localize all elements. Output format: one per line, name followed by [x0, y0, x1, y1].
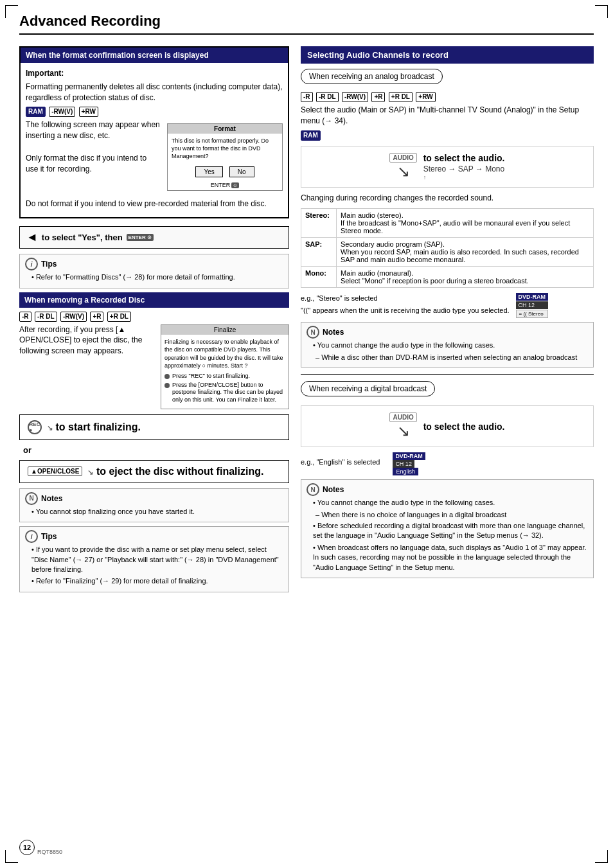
table-label-stereo: Stereo: — [301, 209, 337, 238]
format-body2: Only format the disc if you intend to us… — [26, 153, 161, 175]
page-number: 12 — [19, 840, 35, 855]
removing-badges: -R -R DL -RW(V) +R +R DL — [19, 312, 289, 322]
tips-box-2: i Tips If you want to provide the disc w… — [19, 526, 289, 592]
badge-analog-plusrw: +RW — [416, 92, 435, 102]
important-label: Important: — [26, 69, 64, 78]
stereo-badge-analog: = (( Stereo — [516, 310, 549, 318]
important-text: Formatting permanently deletes all disc … — [26, 82, 283, 103]
removing-section: When removing a Recorded Disc -R -R DL -… — [19, 292, 289, 409]
enter-button-icon: ENTER ⊙ — [127, 234, 154, 241]
badge-analog-rwv: -RW(V) — [342, 92, 368, 102]
action-finalize-label: ↘ to start finalizing. — [47, 421, 141, 433]
removing-content: Finalize Finalizing is necessary to enab… — [19, 324, 289, 409]
bullet-1 — [164, 374, 170, 379]
badge-ram: RAM — [26, 107, 46, 117]
tips-header-1: i Tips — [25, 258, 283, 270]
badge-rwv: -RW(V) — [49, 107, 75, 117]
page-title: Advanced Recording — [19, 13, 594, 35]
badge-analog-plusrdl: +R DL — [389, 92, 413, 102]
finalize-dialog-text: Finalizing is necessary to enable playba… — [164, 338, 285, 370]
ch12-badge-digital: CH 12 — [393, 460, 414, 468]
audio-select-illustration: AUDIO ↘ to select the audio. Stereo → SA… — [301, 146, 594, 188]
digital-note-3: Before scheduled recording a digital bro… — [306, 521, 588, 541]
finalize-dialog-body: Finalizing is necessary to enable playba… — [161, 335, 289, 409]
finalize-dialog-title: Finalize — [161, 325, 289, 335]
analog-section: When receiving an analog broadcast -R -R… — [301, 69, 594, 368]
ram-badge-row: RAM — [301, 130, 594, 141]
notes-icon-1: N — [25, 492, 38, 505]
ch12-badge-analog: CH 12 — [516, 301, 549, 309]
audio-arrow-analog: ↘ — [397, 163, 410, 181]
removing-header: When removing a Recorded Disc — [19, 292, 289, 308]
format-yes-button[interactable]: Yes — [195, 166, 222, 177]
format-badges: RAM -RW(V) +RW — [26, 107, 283, 117]
badge-analog-ram: RAM — [301, 130, 321, 141]
format-body1: The following screen may appear when ins… — [26, 120, 161, 141]
table-label-sap: SAP: — [301, 238, 337, 267]
format-dialog-body: This disc is not formatted properly. Do … — [168, 134, 282, 164]
badge-plusrw: +RW — [79, 107, 98, 117]
audio-select-inner: AUDIO ↘ to select the audio. Stereo → SA… — [389, 153, 504, 181]
analog-note-1: You cannot change the audio type in the … — [306, 341, 588, 350]
divider — [301, 374, 594, 375]
badge-r: -R — [19, 312, 31, 322]
finalize-option-2-text: Press the [OPEN/CLOSE] button to postpon… — [172, 382, 285, 404]
tips-box-1: i Tips Refer to "Formatting Discs" (→ 28… — [19, 254, 289, 288]
change-note: Changing during recording changes the re… — [301, 193, 594, 204]
notes-icon-analog: N — [306, 326, 319, 339]
tips-label-2: Tips — [41, 532, 57, 541]
enter-label: ENTER⊙ — [168, 180, 282, 190]
table-text-mono: Main audio (monaural).Select "Mono" if r… — [337, 267, 594, 288]
action-finalize-box: REC● ↘ to start finalizing. — [19, 414, 289, 440]
tips-icon-1: i — [25, 258, 38, 270]
action-eject-box: ▲OPEN/CLOSE ↘ to eject the disc without … — [19, 460, 289, 483]
audio-label-analog: AUDIO — [389, 153, 416, 163]
audio-arrow-digital: ↘ — [397, 422, 410, 440]
tips-header-2: i Tips — [25, 530, 283, 543]
dvd-ram-stack-analog: DVD-RAM CH 12 = (( Stereo — [516, 293, 549, 318]
tips-label-1: Tips — [41, 260, 57, 269]
analog-instruction: Select the audio (Main or SAP) in "Multi… — [301, 105, 594, 127]
badge-analog-r: -R — [301, 92, 313, 102]
badge-analog-rdl: -R DL — [316, 92, 339, 102]
finalize-option-1: Press "REC" to start finalizing. — [164, 373, 285, 380]
notes-item-1: You cannot stop finalizing once you have… — [25, 507, 283, 517]
eg-text-group: e.g., "Stereo" is selected "((" appears … — [301, 294, 510, 319]
table-row-stereo: Stereo: Main audio (stereo).If the broad… — [301, 209, 594, 238]
notes-box-digital: N Notes You cannot change the audio type… — [301, 479, 594, 578]
action-eject-arrow: ↘ — [87, 468, 93, 476]
badge-plusrdl: +R DL — [107, 312, 131, 322]
digital-note-1: You cannot change the audio type in the … — [306, 498, 588, 508]
audio-select-digital-inner: AUDIO ↘ to select the audio. — [389, 412, 504, 440]
audio-icon-group: AUDIO ↘ — [389, 153, 416, 181]
format-body3: Do not format if you intend to view pre-… — [26, 199, 283, 209]
notes-header-analog: N Notes — [306, 326, 588, 339]
tips-item-2a: If you want to provide the disc with a n… — [25, 545, 283, 574]
eg-text-digital: e.g., "English" is selected — [301, 457, 380, 467]
arrow-select-box: ◄ to select "Yes", then ENTER ⊙ — [19, 226, 289, 249]
action-finalize-text: to start finalizing. — [55, 421, 140, 432]
badge-rwv2: -RW(V) — [60, 312, 87, 322]
dvd-ram-badge-analog: DVD-RAM — [516, 293, 549, 301]
finalize-option-2: Press the [OPEN/CLOSE] button to postpon… — [164, 382, 285, 404]
notes-header-1: N Notes — [25, 492, 283, 505]
notes-box-1: N Notes You cannot stop finalizing once … — [19, 488, 289, 522]
audio-text-group-digital: to select the audio. — [423, 421, 505, 432]
action-finalize-arrow: ↘ — [47, 424, 53, 432]
rec-icon: REC● — [28, 420, 42, 434]
digital-note-4: When broadcast offers no language data, … — [306, 543, 588, 572]
tips-item-2b: Refer to "Finalizing" (→ 29) for more de… — [25, 576, 283, 586]
audio-icon-group-digital: AUDIO ↘ — [389, 412, 416, 440]
notes-label-analog: Notes — [323, 328, 344, 337]
action-eject-label: ↘ to eject the disc without finalizing. — [87, 466, 263, 477]
rqt-code: RQT8850 — [37, 849, 62, 855]
table-row-sap: SAP: Secondary audio program (SAP).When … — [301, 238, 594, 267]
eg-row-analog: e.g., "Stereo" is selected "((" appears … — [301, 293, 594, 318]
format-dialog: Format This disc is not formatted proper… — [167, 120, 283, 195]
format-no-button[interactable]: No — [229, 166, 254, 177]
notes-header-digital: N Notes — [306, 483, 588, 496]
right-column: Selecting Audio Channels to record When … — [301, 46, 594, 596]
digital-section: When receiving a digital broadcast AUDIO… — [301, 381, 594, 578]
format-section-body: Important: Formatting permanently delete… — [21, 63, 288, 217]
notes-label-digital: Notes — [323, 485, 344, 494]
